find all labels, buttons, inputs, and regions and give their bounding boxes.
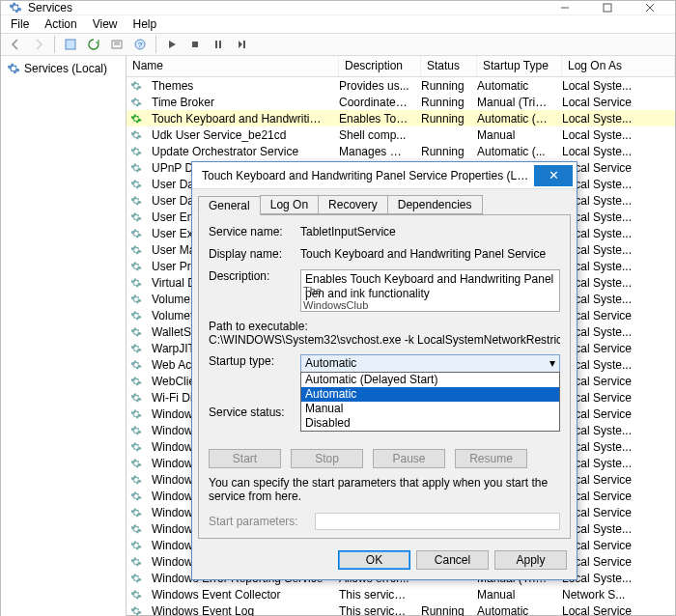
services-window: Services File Action View Help ? Servi <box>0 0 676 616</box>
gear-icon <box>9 1 22 14</box>
col-logon[interactable]: Log On As <box>562 56 675 76</box>
combo-option[interactable]: Automatic <box>301 387 559 402</box>
cell-desc: Shell comp... <box>333 128 415 142</box>
forward-button[interactable] <box>28 34 49 55</box>
cell-startup: Manual (Trig... <box>471 96 556 109</box>
sidebar-item-services-local[interactable]: Services (Local) <box>7 60 126 77</box>
table-row[interactable]: ThemesProvides us...RunningAutomaticLoca… <box>127 77 675 94</box>
description-box[interactable]: Enables Touch Keyboard and Handwriting P… <box>300 269 560 312</box>
dialog-footer: OK Cancel Apply <box>192 545 577 579</box>
cell-logon: Local Syste... <box>556 145 675 158</box>
col-status[interactable]: Status <box>421 56 477 76</box>
dialog-close-button[interactable]: ✕ <box>534 165 573 186</box>
cell-name: Time Broker <box>146 96 220 109</box>
toolbar: ? <box>1 33 675 56</box>
cell-logon: Local Syste... <box>556 79 675 93</box>
cell-desc: Coordinates... <box>333 96 415 109</box>
cell-status: Running <box>415 79 471 93</box>
table-row[interactable]: Udk User Service_be21cdShell comp...Manu… <box>127 126 675 143</box>
table-row[interactable]: Windows Event CollectorThis service ...M… <box>127 586 675 602</box>
pause-button[interactable] <box>208 34 229 55</box>
table-row[interactable]: Time BrokerCoordinates...RunningManual (… <box>127 94 675 110</box>
apply-button[interactable]: Apply <box>494 550 567 570</box>
cell-startup: Automatic (T... <box>471 112 556 126</box>
combo-option[interactable]: Automatic (Delayed Start) <box>301 373 559 387</box>
svg-rect-7 <box>219 41 221 48</box>
properties-dialog: Touch Keyboard and Handwriting Panel Ser… <box>191 161 577 580</box>
startup-type-combo[interactable]: Automatic▾ Automatic (Delayed Start) Aut… <box>300 354 560 373</box>
menu-action[interactable]: Action <box>39 15 82 33</box>
help-button[interactable]: ? <box>129 34 151 55</box>
cell-startup: Manual <box>471 588 556 602</box>
refresh-button[interactable] <box>83 34 104 55</box>
cell-logon: Local Service <box>556 604 675 617</box>
back-button[interactable] <box>5 34 26 55</box>
cell-logon: Local Service <box>556 96 675 109</box>
maximize-button[interactable] <box>586 1 629 14</box>
cell-desc: Enables Tou... <box>333 112 415 126</box>
restart-button[interactable] <box>231 34 252 55</box>
cell-startup: Automatic (... <box>471 145 556 158</box>
tab-dependencies[interactable]: Dependencies <box>387 195 483 214</box>
combo-option[interactable]: Manual <box>301 402 559 416</box>
value-service-name: TabletInputService <box>300 225 560 239</box>
pause-button[interactable]: Pause <box>373 449 445 468</box>
close-button[interactable] <box>629 1 671 14</box>
note-text: You can specify the start parameters tha… <box>209 476 560 503</box>
menu-help[interactable]: Help <box>127 15 163 33</box>
label-service-name: Service name: <box>209 225 300 239</box>
svg-rect-0 <box>604 4 611 12</box>
stop-button[interactable] <box>184 34 206 55</box>
cancel-button[interactable]: Cancel <box>416 550 489 570</box>
svg-rect-6 <box>215 41 217 48</box>
svg-rect-1 <box>66 40 75 49</box>
cell-desc: Provides us... <box>333 79 415 93</box>
watermark: The WindowsClub <box>303 284 368 312</box>
table-row[interactable]: Windows Event LogThis service ...Running… <box>127 602 675 616</box>
cell-desc: This service ... <box>333 588 415 602</box>
tab-recovery[interactable]: Recovery <box>318 195 388 214</box>
dialog-tabs: General Log On Recovery Dependencies <box>192 189 577 214</box>
ok-button[interactable]: OK <box>338 550 410 570</box>
tab-logon[interactable]: Log On <box>260 195 319 214</box>
menu-view[interactable]: View <box>87 15 124 33</box>
table-row[interactable]: Touch Keyboard and Handwriting Panel Ser… <box>127 110 675 126</box>
cell-status: Running <box>415 604 471 617</box>
resume-button[interactable]: Resume <box>455 449 527 468</box>
export-button[interactable] <box>106 34 127 55</box>
svg-text:?: ? <box>138 41 143 49</box>
cell-startup: Manual <box>471 128 556 142</box>
cell-startup: Automatic <box>471 79 556 93</box>
stop-button[interactable]: Stop <box>291 449 363 468</box>
play-button[interactable] <box>161 34 183 55</box>
cell-name: Windows Event Collector <box>146 588 286 602</box>
menubar: File Action View Help <box>1 15 675 33</box>
svg-rect-8 <box>243 41 245 48</box>
start-button[interactable]: Start <box>209 449 281 468</box>
sidebar-label: Services (Local) <box>24 62 107 75</box>
combo-selected: Automatic <box>305 356 356 371</box>
col-description[interactable]: Description <box>339 56 421 76</box>
titlebar: Services <box>1 1 675 15</box>
cell-startup: Automatic <box>471 604 556 617</box>
label-display-name: Display name: <box>209 247 300 262</box>
chevron-down-icon: ▾ <box>549 356 555 371</box>
col-name[interactable]: Name <box>127 56 339 76</box>
label-service-status: Service status: <box>209 406 300 420</box>
combo-options: Automatic (Delayed Start) Automatic Manu… <box>300 372 560 432</box>
cell-name: Windows Event Log <box>146 604 260 617</box>
window-title: Services <box>28 1 544 14</box>
minimize-button[interactable] <box>544 1 586 14</box>
svg-rect-5 <box>192 42 198 47</box>
cell-logon: Network S... <box>556 588 675 602</box>
sidebar: Services (Local) <box>1 56 127 616</box>
menu-file[interactable]: File <box>5 15 35 33</box>
tab-general[interactable]: General <box>198 196 261 215</box>
combo-option[interactable]: Disabled <box>301 416 559 431</box>
gear-icon <box>7 62 20 75</box>
col-startup[interactable]: Startup Type <box>477 56 562 76</box>
properties-button[interactable] <box>60 34 81 55</box>
table-row[interactable]: Update Orchestrator ServiceManages W...R… <box>127 143 675 159</box>
cell-name: Touch Keyboard and Handwriting Panel Ser… <box>146 112 333 126</box>
cell-status: Running <box>415 96 471 109</box>
